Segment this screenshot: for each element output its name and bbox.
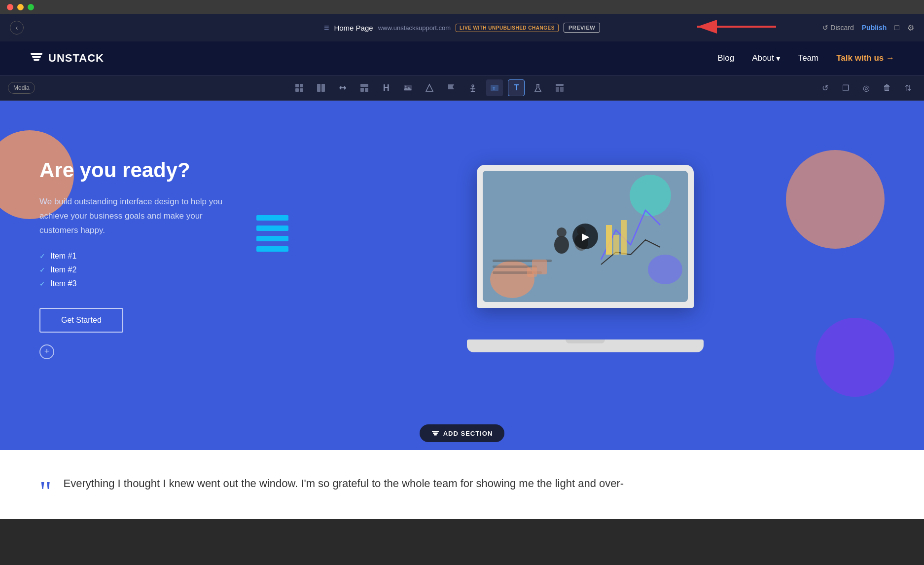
add-section-button[interactable]: ADD SECTION: [420, 424, 505, 442]
list-item-1: ✓ Item #1: [39, 252, 286, 261]
logo-icon: [30, 50, 43, 67]
svg-rect-25: [606, 225, 612, 255]
list-item-2: ✓ Item #2: [39, 265, 286, 274]
top-bar-center: ≡ Home Page www.unstacksupport.com LIVE …: [324, 23, 600, 33]
laptop-screen-inner: ▶: [483, 171, 688, 302]
discard-button[interactable]: ↺ Discard: [822, 24, 853, 32]
toolbar-duplicate-icon[interactable]: ❐: [837, 79, 854, 96]
panel-icon[interactable]: [551, 79, 568, 96]
svg-rect-7: [300, 88, 303, 92]
page-url: www.unstacksupport.com: [378, 24, 451, 32]
video-illustration: ▶: [483, 171, 688, 302]
svg-point-24: [648, 255, 682, 284]
top-bar: ‹ ≡ Home Page www.unstacksupport.com LIV…: [0, 14, 924, 41]
svg-rect-5: [300, 84, 303, 87]
svg-point-28: [554, 236, 569, 254]
testimonial-section: " Everything I thought I knew went out t…: [0, 450, 924, 519]
add-section-inline-button[interactable]: +: [39, 344, 54, 359]
testimonial-text: Everything I thought I knew went out the…: [64, 475, 624, 492]
svg-rect-6: [295, 88, 299, 92]
toolbar-delete-icon[interactable]: 🗑: [879, 79, 895, 96]
traffic-light-red[interactable]: [7, 4, 13, 10]
svg-rect-3: [34, 59, 39, 61]
media-button[interactable]: Media: [8, 82, 35, 94]
logo[interactable]: UNSTACK: [30, 50, 104, 67]
text-t-icon[interactable]: T: [508, 79, 525, 96]
logo-text: UNSTACK: [48, 52, 104, 65]
chevron-down-icon: ▾: [776, 53, 781, 64]
hero-title: Are you ready?: [39, 158, 286, 183]
anchor-icon[interactable]: [464, 79, 481, 96]
svg-rect-20: [560, 87, 564, 92]
svg-rect-26: [613, 235, 619, 255]
flask-icon[interactable]: [530, 79, 546, 96]
svg-rect-39: [434, 434, 437, 436]
svg-point-29: [557, 227, 567, 237]
grid-icon[interactable]: [291, 79, 308, 96]
svg-point-14: [405, 86, 407, 87]
svg-point-22: [630, 175, 671, 216]
svg-rect-4: [295, 84, 299, 87]
hero-list: ✓ Item #1 ✓ Item #2 ✓ Item #3: [39, 252, 286, 288]
back-button[interactable]: ‹: [10, 21, 24, 35]
svg-point-15: [472, 85, 474, 87]
page-title: Home Page: [334, 24, 373, 32]
svg-rect-2: [32, 56, 41, 58]
image-icon[interactable]: [399, 79, 416, 96]
quote-marks: ": [39, 480, 52, 503]
page-stack-icon: ≡: [324, 23, 329, 33]
laptop-illustration: ▶: [467, 165, 704, 352]
nav-cta[interactable]: Talk with us →: [836, 53, 894, 63]
hero-cta-button[interactable]: Get Started: [39, 308, 123, 333]
check-icon-3: ✓: [39, 280, 45, 288]
laptop-screen: ▶: [477, 165, 694, 308]
video-play-button[interactable]: ▶: [572, 224, 598, 249]
toolbar-icons: H T T: [45, 79, 815, 96]
red-arrow-annotation: [677, 14, 786, 41]
layout-icon[interactable]: [356, 79, 373, 96]
device-preview-icon[interactable]: □: [894, 23, 899, 32]
svg-rect-38: [433, 433, 438, 434]
svg-rect-36: [527, 267, 537, 277]
svg-text:T: T: [493, 86, 496, 91]
svg-rect-12: [365, 88, 368, 92]
svg-rect-11: [360, 88, 364, 92]
toolbar-right-icons: ↺ ❐ ◎ 🗑 ⇅: [817, 79, 916, 96]
traffic-light-green[interactable]: [28, 4, 34, 10]
add-section-bar: ADD SECTION: [0, 416, 924, 450]
hero-right: ▶: [286, 165, 885, 352]
flag-icon[interactable]: [443, 79, 460, 96]
list-item-3: ✓ Item #3: [39, 279, 286, 288]
hero-left: Are you ready? We build outstanding inte…: [39, 158, 286, 359]
top-bar-right: ↺ Discard Publish □ ⚙: [822, 23, 914, 33]
toolbar-refresh-icon[interactable]: ↺: [817, 79, 833, 96]
toolbar: Media H T T: [0, 75, 924, 101]
svg-rect-13: [404, 85, 412, 91]
columns-icon[interactable]: [313, 79, 329, 96]
text-box-icon[interactable]: T: [486, 79, 503, 96]
traffic-light-yellow[interactable]: [17, 4, 24, 10]
heading-icon[interactable]: H: [378, 79, 394, 96]
hero-description: We build outstanding interface design to…: [39, 195, 227, 238]
svg-rect-19: [556, 87, 559, 92]
svg-rect-37: [432, 431, 439, 432]
publish-button[interactable]: Publish: [862, 24, 887, 32]
svg-rect-9: [321, 84, 325, 92]
settings-icon[interactable]: ⚙: [907, 23, 914, 33]
live-badge: LIVE WITH UNPUBLISHED CHANGES: [456, 24, 559, 32]
preview-button[interactable]: PREVIEW: [564, 23, 600, 33]
toolbar-expand-icon[interactable]: ⇅: [899, 79, 916, 96]
nav-link-team[interactable]: Team: [798, 53, 819, 63]
refresh-icon: ↺: [822, 24, 828, 32]
svg-rect-1: [31, 53, 42, 55]
nav-link-about[interactable]: About ▾: [752, 53, 780, 64]
add-section-stack-icon: [431, 429, 439, 437]
check-icon-1: ✓: [39, 252, 45, 260]
check-icon-2: ✓: [39, 266, 45, 274]
laptop-base: [467, 339, 704, 352]
nav-links: Blog About ▾ Team Talk with us →: [717, 53, 894, 64]
arrows-icon[interactable]: [334, 79, 351, 96]
shape-icon[interactable]: [421, 79, 438, 96]
toolbar-hide-icon[interactable]: ◎: [858, 79, 875, 96]
nav-link-blog[interactable]: Blog: [717, 53, 734, 63]
